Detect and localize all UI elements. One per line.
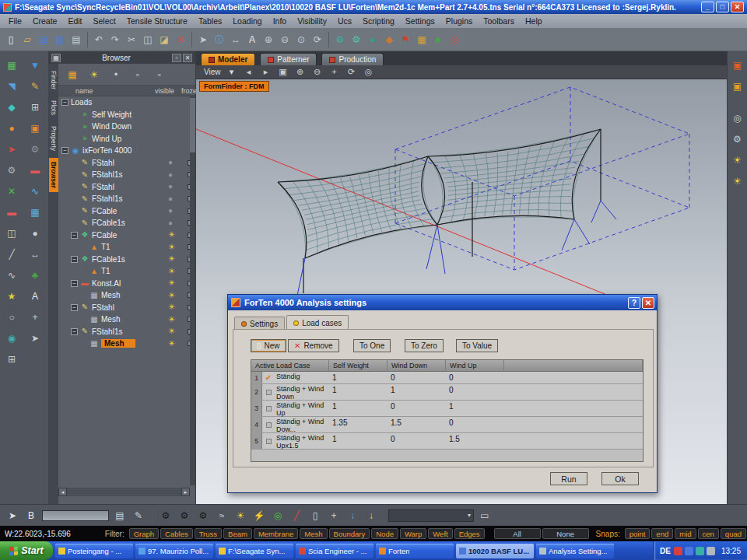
- loadcase-value-wind-down[interactable]: 1.5: [388, 417, 446, 432]
- cylinder-icon[interactable]: ◉: [4, 331, 19, 346]
- monitor-icon[interactable]: ▭: [477, 508, 493, 523]
- filter-all[interactable]: All: [494, 528, 541, 539]
- visible-on-icon[interactable]: ☀: [168, 327, 175, 335]
- active-checkbox[interactable]: [262, 417, 275, 432]
- expander-icon[interactable]: −: [61, 147, 68, 154]
- filter-warp[interactable]: Warp: [400, 528, 426, 539]
- menu-loading[interactable]: Loading: [227, 15, 267, 27]
- tray-volume-icon[interactable]: [707, 547, 715, 555]
- tree-item-mesh[interactable]: ▦Mesh☀: [58, 338, 190, 350]
- menu-info[interactable]: Info: [268, 15, 293, 27]
- pointer-blue-icon[interactable]: ◥: [4, 79, 19, 94]
- print-icon[interactable]: ▤: [112, 508, 128, 523]
- print-icon[interactable]: ▤: [68, 32, 84, 47]
- zoom-in-icon[interactable]: ⊕: [261, 32, 276, 47]
- dimension-icon[interactable]: ↔: [27, 247, 43, 262]
- orbit-icon[interactable]: ⟳: [345, 66, 358, 79]
- tree-item-t1[interactable]: ▲T1☀: [58, 241, 190, 254]
- arrow-export-icon[interactable]: ➤: [27, 331, 43, 346]
- tree-item-fstahl[interactable]: ✎FStahl●: [58, 181, 190, 194]
- tree-item-wind-up[interactable]: »Wind Up: [58, 133, 190, 145]
- layer-grid-icon[interactable]: ▦: [65, 67, 80, 82]
- new-button[interactable]: ▯New: [251, 339, 286, 352]
- save-all-icon[interactable]: ▥: [52, 32, 68, 47]
- visible-off-icon[interactable]: ●: [168, 195, 173, 203]
- snap-node-icon[interactable]: ⊞: [4, 352, 19, 367]
- camera-icon[interactable]: ◎: [363, 66, 375, 79]
- delete-icon[interactable]: ✕: [173, 32, 188, 47]
- menu-plugins[interactable]: Plugins: [440, 15, 478, 27]
- filter-cables[interactable]: Cables: [160, 528, 193, 539]
- dashes-icon[interactable]: ≈: [214, 508, 230, 523]
- snap-end[interactable]: end: [651, 528, 673, 539]
- bolt-icon[interactable]: ⚡: [251, 508, 267, 523]
- menu-tables[interactable]: Tables: [193, 15, 227, 27]
- dialog-help-button[interactable]: ?: [628, 297, 640, 309]
- tree-item-mesh[interactable]: ▦Mesh☀: [58, 313, 190, 326]
- visible-on-icon[interactable]: ☀: [168, 316, 175, 324]
- pick-red-icon[interactable]: ➤: [4, 142, 19, 157]
- cut-icon[interactable]: ✂: [124, 32, 139, 47]
- star-icon[interactable]: ★: [4, 289, 19, 304]
- select-grid-icon[interactable]: ▦: [4, 58, 19, 73]
- line-icon[interactable]: ╱: [4, 247, 19, 262]
- zoom-fit-icon[interactable]: ⊙: [293, 32, 309, 47]
- tab-patterner[interactable]: Patterner: [260, 53, 317, 65]
- ok-button[interactable]: Ok: [601, 472, 639, 485]
- filter-truss[interactable]: Truss: [195, 528, 222, 539]
- loadcase-value-wind-down[interactable]: 0: [388, 401, 446, 416]
- snap-quad[interactable]: quad: [721, 528, 746, 539]
- taskbar-task-97-maurizio-poll[interactable]: 97. Maurizio Poll...: [135, 544, 213, 558]
- tree-item-t1[interactable]: ▲T1☀: [58, 265, 190, 278]
- run-button[interactable]: Run: [550, 472, 587, 485]
- taskbar-task-posteingang[interactable]: Posteingang - ...: [55, 544, 133, 558]
- scroll-right-icon[interactable]: ▸: [181, 488, 190, 496]
- tree-item-fcable1s[interactable]: ✎FCable1s●: [58, 217, 190, 229]
- pointer-icon[interactable]: ➤: [195, 32, 211, 47]
- target-icon[interactable]: ◎: [730, 110, 745, 126]
- curve-icon[interactable]: ∿: [27, 184, 43, 199]
- edit-icon[interactable]: ✎: [131, 508, 146, 523]
- start-button[interactable]: Start: [0, 541, 53, 560]
- menu-file[interactable]: File: [3, 15, 27, 27]
- trash-icon[interactable]: ◫: [4, 226, 19, 241]
- gem-icon[interactable]: ◆: [4, 100, 19, 115]
- orbit-icon[interactable]: ⟳: [310, 32, 325, 47]
- visible-off-icon[interactable]: ●: [168, 159, 173, 166]
- tree-item-fstahl[interactable]: −✎FStahl☀: [58, 302, 190, 314]
- loadcase-row-3[interactable]: 3Ständig + Wind Up101: [251, 401, 643, 417]
- gears-icon[interactable]: ⚙: [4, 163, 19, 178]
- node-icon[interactable]: ●: [27, 226, 43, 241]
- zoom-out-icon[interactable]: ⊖: [311, 66, 324, 79]
- column-header-name[interactable]: name: [75, 87, 93, 95]
- visible-on-icon[interactable]: ☀: [168, 292, 175, 299]
- bold-b-icon[interactable]: B: [23, 508, 39, 523]
- loadcase-value-self-weight[interactable]: 1: [329, 433, 388, 449]
- taskbar-task-scia-engineer[interactable]: Scia Engineer - ...: [296, 544, 374, 558]
- column-header-visible[interactable]: visible: [155, 87, 174, 95]
- bulb-1-icon[interactable]: ☀: [730, 152, 745, 168]
- zoom-in-icon[interactable]: ⊕: [294, 66, 307, 79]
- language-indicator[interactable]: DE: [660, 547, 671, 555]
- active-check-icon[interactable]: ✔: [262, 372, 275, 383]
- column-header-filler[interactable]: [504, 360, 643, 371]
- taskbar-task-10020-basf-lu[interactable]: 10020 BASF LU...: [456, 544, 534, 558]
- target-icon[interactable]: ◎: [447, 32, 462, 47]
- panel-a-icon[interactable]: ▫: [130, 67, 146, 82]
- panel-tab-finder[interactable]: Finder: [49, 67, 58, 93]
- snap-mid[interactable]: mid: [675, 528, 696, 539]
- loadcase-row-5[interactable]: 5Ständig + Wind Upx1.5101.5: [251, 433, 643, 450]
- menu-help[interactable]: Help: [520, 15, 548, 27]
- view-next-icon[interactable]: ▸: [260, 66, 272, 79]
- bulb-icon[interactable]: ☀: [86, 67, 102, 82]
- loadcase-value-self-weight[interactable]: 1.35: [329, 417, 388, 432]
- active-checkbox[interactable]: [262, 433, 275, 449]
- ring-icon[interactable]: ○: [4, 310, 19, 325]
- to-one-button[interactable]: To One: [353, 339, 391, 352]
- expander-icon[interactable]: −: [71, 328, 78, 335]
- page-icon[interactable]: ▯: [307, 508, 323, 523]
- open-folder-icon[interactable]: ▱: [19, 32, 35, 47]
- sphere-icon[interactable]: ●: [365, 32, 381, 47]
- gears-icon[interactable]: ⚙: [332, 32, 348, 47]
- filter-none[interactable]: None: [542, 528, 589, 539]
